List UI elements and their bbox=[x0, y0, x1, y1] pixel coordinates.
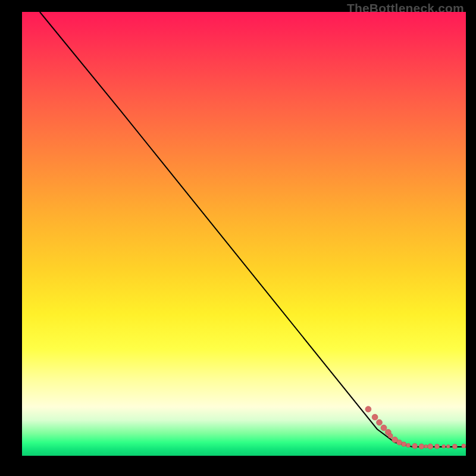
scatter-point bbox=[452, 444, 457, 449]
scatter-point bbox=[419, 444, 424, 449]
scatter-point bbox=[402, 442, 406, 447]
scatter-point bbox=[365, 406, 371, 412]
scatter-point bbox=[435, 444, 440, 449]
chart-overlay bbox=[22, 12, 466, 456]
scatter-group bbox=[365, 406, 466, 449]
scatter-point bbox=[381, 425, 387, 431]
scatter-point bbox=[428, 444, 433, 449]
scatter-point bbox=[424, 444, 428, 448]
chart-stage: TheBottleneck.com bbox=[0, 0, 476, 476]
scatter-point bbox=[377, 419, 383, 425]
scatter-point bbox=[462, 444, 466, 448]
scatter-point bbox=[446, 444, 450, 448]
scatter-point bbox=[406, 443, 411, 447]
scatter-point bbox=[412, 443, 418, 449]
plot-area bbox=[22, 12, 466, 456]
scatter-point bbox=[372, 414, 378, 420]
scatter-point bbox=[388, 433, 393, 438]
scatter-point bbox=[442, 444, 446, 448]
scatter-point bbox=[397, 440, 402, 445]
curve-line bbox=[40, 12, 466, 447]
